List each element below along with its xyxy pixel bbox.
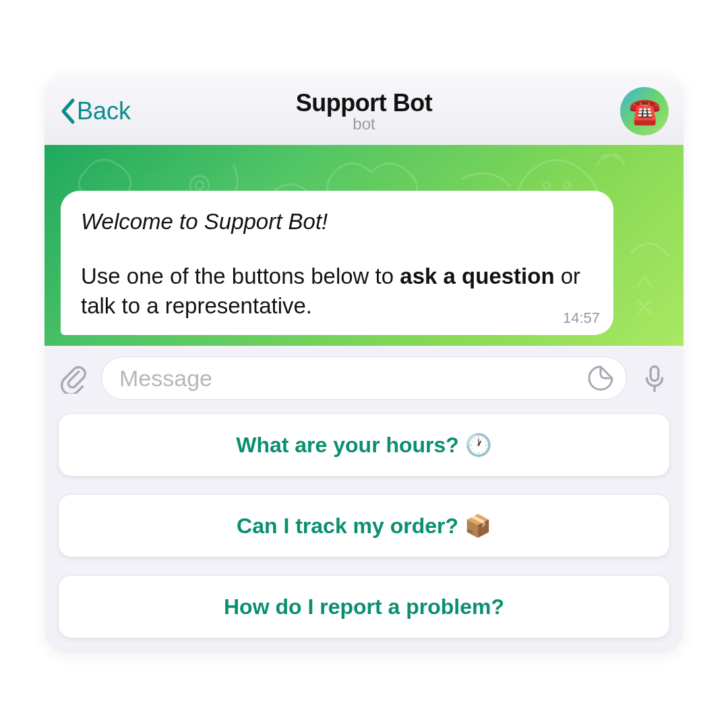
svg-point-1	[195, 181, 204, 189]
reply-button-report-problem[interactable]: How do I report a problem?	[58, 575, 670, 638]
message-body: Use one of the buttons below to ask a qu…	[81, 262, 593, 322]
attach-icon[interactable]	[58, 363, 89, 394]
back-button[interactable]: Back	[59, 97, 131, 125]
reply-button-hours[interactable]: What are your hours? 🕐	[58, 413, 670, 477]
chevron-left-icon	[59, 98, 75, 125]
input-bar: Message	[44, 346, 684, 411]
svg-point-2	[543, 182, 550, 189]
chat-area[interactable]: Welcome to Support Bot! Use one of the b…	[44, 145, 684, 346]
message-bubble: Welcome to Support Bot! Use one of the b…	[61, 191, 613, 335]
chat-subtitle: bot	[296, 115, 432, 133]
message-body-bold: ask a question	[400, 264, 554, 289]
svg-rect-5	[650, 367, 659, 381]
message-input[interactable]: Message	[101, 357, 627, 400]
message-placeholder: Message	[119, 365, 587, 392]
message-time: 14:57	[563, 308, 600, 328]
chat-header: Back Support Bot bot ☎️	[44, 75, 684, 145]
chat-title: Support Bot	[296, 89, 432, 117]
avatar[interactable]: ☎️	[620, 87, 669, 135]
reply-button-track-order[interactable]: Can I track my order? 📦	[58, 494, 670, 557]
header-title-wrap: Support Bot bot	[296, 89, 432, 133]
microphone-icon[interactable]	[639, 363, 670, 394]
sticker-icon[interactable]	[587, 365, 614, 392]
message-body-pre: Use one of the buttons below to	[81, 264, 400, 289]
reply-keyboard: What are your hours? 🕐 Can I track my or…	[44, 411, 684, 653]
svg-point-3	[564, 182, 570, 189]
phone-icon: ☎️	[629, 96, 661, 126]
chat-card: Back Support Bot bot ☎️	[44, 75, 684, 653]
message-welcome: Welcome to Support Bot!	[81, 207, 593, 237]
back-label: Back	[77, 97, 131, 125]
